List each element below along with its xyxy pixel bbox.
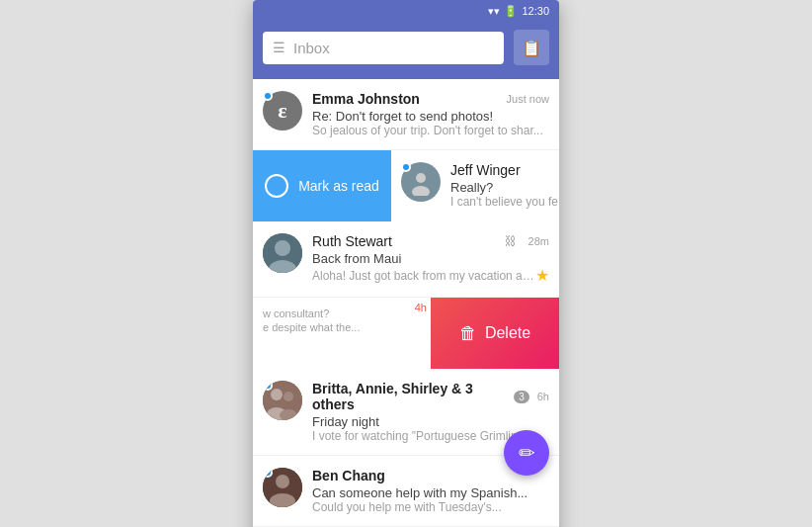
svg-point-3 xyxy=(275,240,290,256)
partial-subject: w consultant? xyxy=(263,307,421,319)
svg-point-11 xyxy=(276,475,289,488)
wifi-icon: ▾▾ xyxy=(488,5,500,18)
delete-button[interactable]: 🗑 Delete xyxy=(431,298,559,369)
subject-emma: Re: Don't forget to send photos! xyxy=(312,109,549,124)
time-ruth: 28m xyxy=(528,235,549,247)
sender-britta: Britta, Annie, Shirley & 3 others xyxy=(312,381,510,412)
unread-dot-ben xyxy=(263,468,273,478)
email-item-ruth[interactable]: Ruth Stewart ⛓ 28m Back from Maui Aloha!… xyxy=(253,221,559,298)
subject-britta: Friday night xyxy=(312,414,549,429)
mark-read-circle xyxy=(265,174,288,198)
status-time: 12:30 xyxy=(522,5,549,17)
avatar-ruth xyxy=(263,233,302,273)
compose-button[interactable]: 📋 xyxy=(514,30,549,65)
battery-icon: 🔋 xyxy=(504,5,518,18)
preview-ben: Could you help me with Tuesday's... xyxy=(312,500,549,514)
email-content-emma: Emma Johnston Just now Re: Don't forget … xyxy=(312,91,549,137)
email-item-jeff[interactable]: Jeff Winger Really? I can't believe you … xyxy=(391,150,559,221)
avatar-britta xyxy=(263,381,302,420)
ruth-avatar-svg xyxy=(263,233,302,273)
email-header-jeff: Jeff Winger xyxy=(450,162,559,178)
mark-read-label: Mark as read xyxy=(298,178,379,194)
hamburger-icon[interactable]: ☰ xyxy=(273,40,285,55)
phone-frame: ▾▾ 🔋 12:30 ☰ Inbox 📋 ε Emma John xyxy=(253,0,559,527)
unread-dot-emma xyxy=(263,91,273,101)
svg-point-0 xyxy=(416,173,426,183)
unread-dot-britta xyxy=(263,381,273,391)
email-content-jeff: Jeff Winger Really? I can't believe you … xyxy=(450,162,559,209)
delete-label: Delete xyxy=(485,324,530,342)
email-header-britta: Britta, Annie, Shirley & 3 others 3 6h xyxy=(312,381,549,412)
subject-ben: Can someone help with my Spanish... xyxy=(312,485,549,500)
preview-emma: So jealous of your trip. Don't forget to… xyxy=(312,124,549,137)
inbox-label: Inbox xyxy=(293,40,494,56)
email-item-partial[interactable]: w consultant? e despite what the... xyxy=(253,298,431,369)
avatar-ben xyxy=(263,468,302,507)
sender-ruth: Ruth Stewart xyxy=(312,233,392,249)
group-badge-britta: 3 xyxy=(514,391,529,403)
email-list-wrapper: ε Emma Johnston Just now Re: Don't forge… xyxy=(253,79,559,527)
partial-preview: e despite what the... xyxy=(263,321,421,333)
delete-row: 4h w consultant? e despite what the... 🗑… xyxy=(253,298,559,369)
time-britta: 6h xyxy=(537,391,549,402)
sender-jeff: Jeff Winger xyxy=(450,162,521,178)
status-bar: ▾▾ 🔋 12:30 xyxy=(253,0,559,22)
sender-ben: Ben Chang xyxy=(312,468,385,483)
compose-icon: 📋 xyxy=(522,39,541,57)
email-header-ruth: Ruth Stewart ⛓ 28m xyxy=(312,233,549,249)
email-content-ben: Ben Chang Can someone help with my Spani… xyxy=(312,468,549,514)
avatar-jeff xyxy=(401,162,441,202)
fab-icon: ✏ xyxy=(519,441,535,465)
jeff-avatar-svg xyxy=(407,168,435,196)
email-content-partial: w consultant? e despite what the... xyxy=(263,307,421,333)
svg-point-6 xyxy=(271,389,283,400)
fab-compose-button[interactable]: ✏ xyxy=(504,430,549,476)
mark-as-read-button[interactable]: Mark as read xyxy=(253,150,391,221)
unread-dot-jeff xyxy=(401,162,411,172)
svg-point-1 xyxy=(412,186,430,196)
toolbar: ☰ Inbox 📋 xyxy=(253,22,559,79)
star-icon-ruth[interactable]: ★ xyxy=(535,266,549,285)
preview-jeff: I can't believe you fe! xyxy=(450,195,559,209)
search-bar[interactable]: ☰ Inbox xyxy=(263,32,504,64)
delete-icon: 🗑 xyxy=(459,323,477,344)
email-item-emma[interactable]: ε Emma Johnston Just now Re: Don't forge… xyxy=(253,79,559,150)
sender-emma: Emma Johnston xyxy=(312,91,420,107)
avatar-emma: ε xyxy=(263,91,302,131)
preview-ruth: Aloha! Just got back from my vacation an… xyxy=(312,269,535,283)
time-partial: 4h xyxy=(415,302,427,313)
email-header-emma: Emma Johnston Just now xyxy=(312,91,549,107)
subject-ruth: Back from Maui xyxy=(312,251,549,266)
email-content-ruth: Ruth Stewart ⛓ 28m Back from Maui Aloha!… xyxy=(312,233,549,285)
status-icons: ▾▾ 🔋 12:30 xyxy=(488,5,549,18)
time-emma: Just now xyxy=(507,93,549,105)
subject-jeff: Really? xyxy=(450,180,559,195)
mark-read-row: Mark as read Jeff Winger Rea xyxy=(253,150,559,221)
svg-point-7 xyxy=(284,392,293,401)
attachment-icon-ruth: ⛓ xyxy=(505,234,517,248)
